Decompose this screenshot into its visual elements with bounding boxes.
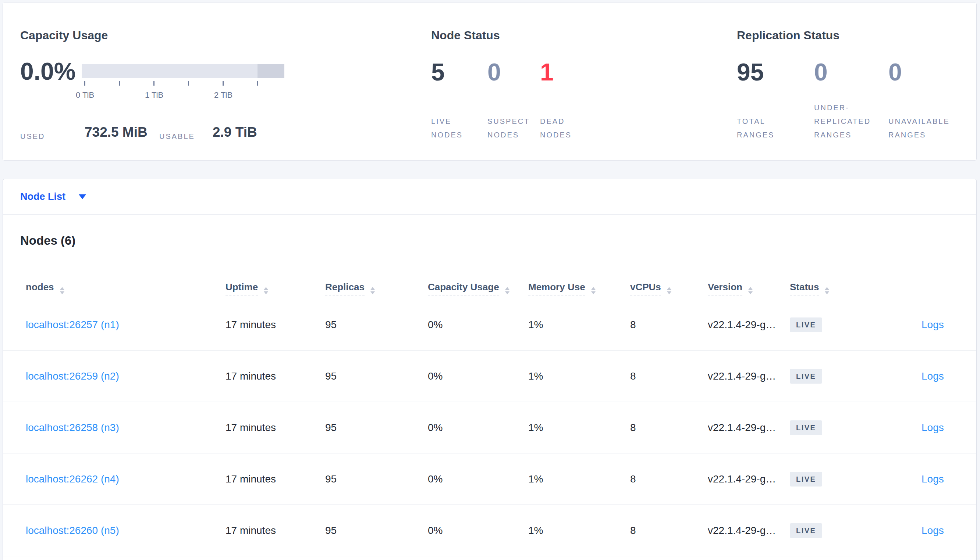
logs-link[interactable]: Logs [921, 473, 944, 485]
table-row: localhost:26258 (n3) 17 minutes 95 0% 1%… [3, 402, 976, 453]
status-badge: LIVE [790, 472, 822, 487]
version-cell: v22.1.4-29-g… [708, 422, 776, 433]
usable-value: 2.9 TiB [212, 125, 257, 140]
memory-cell: 1% [528, 525, 543, 537]
node-list-panel: Node List Nodes (6) nodes Uptime Replica… [3, 179, 977, 560]
node-link[interactable]: localhost:26259 (n2) [26, 370, 119, 382]
under-replicated-ranges-count: 0 [814, 59, 828, 85]
capacity-usage-bar [82, 64, 284, 78]
axis-tick [222, 81, 224, 86]
node-table-header: nodes Uptime Replicas Capacity Usage Mem… [3, 248, 976, 299]
live-nodes-label: LIVE NODES [431, 115, 479, 142]
node-link[interactable]: localhost:26260 (n5) [26, 525, 119, 537]
dead-nodes-count: 1 [540, 59, 554, 85]
axis-tick-label: 1 TiB [145, 90, 163, 100]
vcpus-cell: 8 [630, 370, 636, 382]
logs-link[interactable]: Logs [921, 319, 944, 331]
replicas-cell: 95 [325, 525, 336, 537]
sort-icon [825, 287, 829, 294]
chevron-down-icon[interactable] [79, 194, 86, 199]
status-badge: LIVE [790, 369, 822, 383]
axis-tick-label: 2 TiB [214, 90, 232, 100]
column-header-memory-use[interactable]: Memory Use [528, 282, 595, 294]
capacity-bar-extra-segment [258, 64, 284, 78]
unavailable-ranges-label: UNAVAILABLE RANGES [888, 115, 977, 142]
version-cell: v22.1.4-29-g… [708, 370, 776, 382]
node-link[interactable]: localhost:26258 (n3) [26, 422, 119, 433]
memory-cell: 1% [528, 422, 543, 433]
node-list-dropdown[interactable]: Node List [20, 191, 65, 202]
axis-tick [188, 81, 189, 86]
node-table-body: localhost:26257 (n1) 17 minutes 95 0% 1%… [3, 299, 976, 556]
status-cell: LIVE [790, 317, 822, 332]
suspect-nodes-label: SUSPECT NODES [487, 115, 546, 142]
replication-status-title: Replication Status [737, 28, 840, 43]
column-header-version[interactable]: Version [708, 282, 753, 294]
column-header-replicas[interactable]: Replicas [325, 282, 375, 294]
status-cell: LIVE [790, 420, 822, 435]
column-header-uptime[interactable]: Uptime [226, 282, 268, 294]
capacity-cell: 0% [428, 422, 443, 433]
sort-icon [264, 287, 268, 294]
capacity-cell: 0% [428, 525, 443, 537]
sort-icon [591, 287, 595, 294]
used-label: USED [20, 132, 45, 141]
vcpus-cell: 8 [630, 422, 636, 433]
logs-link[interactable]: Logs [921, 422, 944, 433]
under-replicated-ranges-label: UNDER-REPLICATED RANGES [814, 101, 884, 142]
logs-link[interactable]: Logs [921, 370, 944, 382]
memory-cell: 1% [528, 319, 543, 331]
view-selector-bar: Node List [3, 179, 976, 215]
used-value: 732.5 MiB [85, 125, 147, 140]
capacity-cell: 0% [428, 473, 443, 485]
vcpus-cell: 8 [630, 525, 636, 537]
unavailable-ranges-count: 0 [888, 59, 902, 85]
dead-nodes-label: DEAD NODES [540, 115, 595, 142]
capacity-cell: 0% [428, 319, 443, 331]
node-link[interactable]: localhost:26257 (n1) [26, 319, 119, 331]
live-nodes-count: 5 [431, 59, 445, 85]
table-row-partial [3, 556, 976, 560]
capacity-cell: 0% [428, 370, 443, 382]
column-header-status[interactable]: Status [790, 282, 829, 294]
replicas-cell: 95 [325, 422, 336, 433]
memory-cell: 1% [528, 473, 543, 485]
node-link[interactable]: localhost:26262 (n4) [26, 473, 119, 485]
version-cell: v22.1.4-29-g… [708, 319, 776, 331]
nodes-count-heading: Nodes (6) [20, 233, 976, 248]
axis-tick [154, 81, 154, 86]
axis-tick [257, 81, 258, 86]
axis-tick-label: 0 TiB [76, 90, 94, 100]
status-badge: LIVE [790, 317, 822, 332]
status-cell: LIVE [790, 523, 822, 538]
status-cell: LIVE [790, 369, 822, 383]
column-header-nodes[interactable]: nodes [26, 282, 64, 294]
sort-icon [667, 287, 671, 294]
logs-link[interactable]: Logs [921, 525, 944, 537]
sort-icon [748, 287, 753, 294]
uptime-cell: 17 minutes [226, 370, 276, 382]
column-header-vcpus[interactable]: vCPUs [630, 282, 671, 294]
suspect-nodes-count: 0 [487, 59, 501, 85]
table-row: localhost:26262 (n4) 17 minutes 95 0% 1%… [3, 453, 976, 505]
capacity-bar-axis: 0 TiB 1 TiB 2 TiB [82, 81, 288, 103]
status-cell: LIVE [790, 472, 822, 487]
vcpus-cell: 8 [630, 319, 636, 331]
axis-tick [119, 81, 120, 86]
column-header-capacity-usage[interactable]: Capacity Usage [428, 282, 510, 294]
table-row: localhost:26259 (n2) 17 minutes 95 0% 1%… [3, 350, 976, 402]
memory-cell: 1% [528, 370, 543, 382]
replicas-cell: 95 [325, 370, 336, 382]
table-row: localhost:26260 (n5) 17 minutes 95 0% 1%… [3, 505, 976, 556]
total-ranges-count: 95 [737, 59, 764, 85]
version-cell: v22.1.4-29-g… [708, 525, 776, 537]
node-status-title: Node Status [431, 28, 500, 43]
cluster-summary-panel: Capacity Usage 0.0% 0 TiB 1 TiB 2 TiB US… [3, 3, 977, 161]
sort-icon [370, 287, 375, 294]
sort-icon [505, 287, 510, 294]
capacity-usage-title: Capacity Usage [20, 28, 108, 43]
table-row: localhost:26257 (n1) 17 minutes 95 0% 1%… [3, 299, 976, 350]
replicas-cell: 95 [325, 319, 336, 331]
sort-icon [60, 287, 64, 294]
status-badge: LIVE [790, 420, 822, 435]
